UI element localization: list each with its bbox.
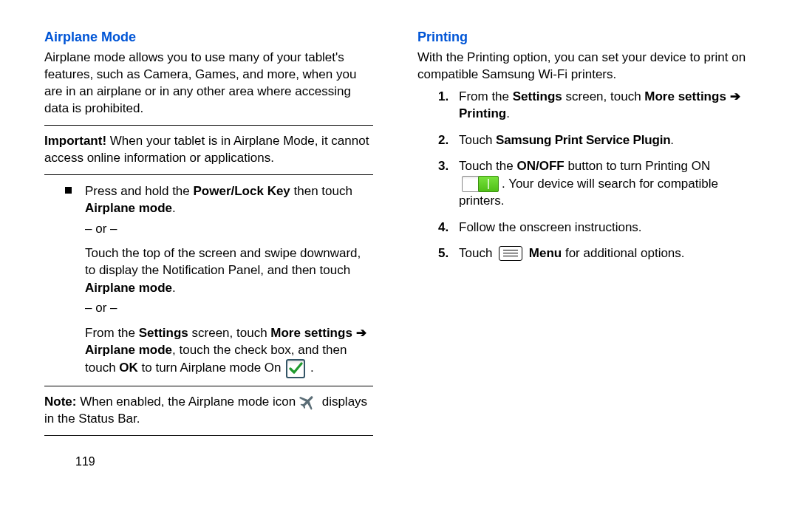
or-separator: – or –	[85, 299, 373, 316]
checkbox-icon	[286, 359, 305, 378]
text: screen, touch	[562, 89, 645, 103]
text: to turn Airplane mode On	[138, 361, 284, 375]
text: button to turn Printing ON	[565, 159, 711, 173]
text: .	[506, 106, 510, 120]
note-label: Note:	[44, 395, 76, 409]
or-separator: – or –	[85, 220, 373, 237]
page-number: 119	[75, 455, 373, 468]
text: .	[310, 361, 314, 375]
step-body: Follow the onscreen instructions.	[459, 219, 746, 236]
text: From the	[85, 326, 139, 340]
text-bold: Menu	[529, 246, 562, 260]
bullet-body: Press and hold the Power/Lock Key then t…	[85, 183, 373, 378]
divider	[44, 174, 373, 175]
step-number: 1.	[438, 88, 459, 105]
step-4: 4. Follow the onscreen instructions.	[438, 219, 746, 236]
note-line: Note: When enabled, the Airplane mode ic…	[44, 394, 373, 428]
step-2: 2. Touch Samsung Print Service Plugin.	[438, 132, 746, 149]
bullet-item: Press and hold the Power/Lock Key then t…	[65, 183, 373, 378]
arrow-icon: ➔	[352, 326, 366, 340]
square-bullet-icon	[65, 187, 72, 194]
text-bold: Samsung Print Service Plugin	[496, 133, 670, 147]
text-bold: ON/OFF	[516, 159, 564, 173]
text-bold: Settings	[513, 89, 562, 103]
text: Touch the top of the screen and swipe do…	[85, 246, 361, 277]
step-body: Touch the ON/OFF button to turn Printing…	[459, 157, 746, 209]
step-number: 2.	[438, 132, 459, 149]
heading-airplane-mode: Airplane Mode	[44, 30, 373, 45]
text: .	[172, 281, 176, 295]
text-bold: Airplane mode	[85, 281, 172, 295]
step-number: 5.	[438, 245, 459, 262]
important-note: Important! When your tablet is in Airpla…	[44, 133, 373, 167]
printing-intro: With the Printing option, you can set yo…	[417, 50, 746, 83]
text: .	[670, 133, 674, 147]
step-number: 3.	[438, 157, 459, 174]
text-bold: Airplane mode	[85, 201, 172, 215]
text: for additional options.	[562, 246, 684, 260]
step-body: From the Settings screen, touch More set…	[459, 88, 746, 123]
right-column: Printing With the Printing option, you c…	[417, 30, 746, 468]
step-body: Touch Samsung Print Service Plugin.	[459, 132, 746, 149]
text-bold: Printing	[459, 106, 506, 120]
text-bold: More settings	[644, 89, 726, 103]
step-5: 5. Touch Menu for additional options.	[438, 245, 746, 262]
left-column: Airplane Mode Airplane mode allows you t…	[44, 30, 373, 468]
divider	[44, 435, 373, 436]
text: then touch	[290, 184, 352, 198]
text: From the	[459, 89, 513, 103]
arrow-icon: ➔	[726, 89, 740, 103]
text: Touch	[459, 133, 496, 147]
text-bold: OK	[119, 361, 138, 375]
divider	[44, 386, 373, 386]
text: Press and hold the	[85, 184, 193, 198]
text: screen, touch	[188, 326, 271, 340]
text-bold: More settings	[270, 326, 352, 340]
text: Touch the	[459, 159, 516, 173]
airplane-icon	[299, 394, 318, 410]
text-bold: Settings	[139, 326, 188, 340]
text: Touch	[459, 246, 496, 260]
step-1: 1. From the Settings screen, touch More …	[438, 88, 746, 123]
text-bold: Airplane mode	[85, 343, 172, 357]
step-3: 3. Touch the ON/OFF button to turn Print…	[438, 157, 746, 209]
manual-page: Airplane Mode Airplane mode allows you t…	[0, 0, 798, 483]
text: When enabled, the Airplane mode icon	[76, 395, 299, 409]
text-bold: Power/Lock Key	[193, 184, 290, 198]
divider	[44, 125, 373, 126]
important-label: Important!	[44, 134, 106, 148]
step-number: 4.	[438, 219, 459, 236]
heading-printing: Printing	[417, 30, 746, 45]
text: .	[172, 201, 176, 215]
step-body: Touch Menu for additional options.	[459, 245, 746, 262]
toggle-on-icon	[462, 176, 499, 192]
airplane-intro: Airplane mode allows you to use many of …	[44, 50, 373, 117]
menu-icon	[499, 246, 522, 261]
